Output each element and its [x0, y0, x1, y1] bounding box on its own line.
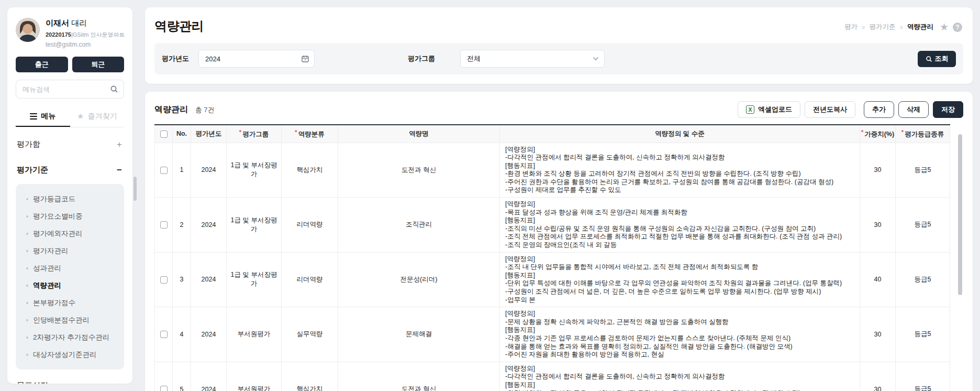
user-meta: 20220175|GSitm 인사운영파트: [46, 31, 125, 39]
check-out-button[interactable]: 퇴근: [72, 57, 125, 72]
menu-item[interactable]: 2차평가자 추가점수관리: [16, 329, 124, 346]
year-label: 평가년도: [162, 54, 193, 63]
menu-item[interactable]: 성과관리: [16, 259, 124, 277]
menu-item[interactable]: 평가예외자관리: [16, 225, 124, 242]
tab-favorites-label: 즐겨찾기: [87, 112, 117, 121]
cell-year: 2024: [191, 143, 227, 198]
menu-item[interactable]: 인당배분점수관리: [16, 311, 124, 329]
tab-favorites[interactable]: ★ 즐겨찾기: [70, 107, 125, 127]
menu-item-label: 2차평가자 추가점수관리: [33, 333, 109, 342]
calendar-icon: [302, 55, 309, 62]
cell-grade-type: 등급5: [896, 362, 950, 391]
menu-item-label: 평가등급코드: [33, 194, 75, 204]
user-email: test@gsitm.com: [46, 41, 125, 48]
cell-group: 1급 및 부서장평가: [227, 143, 282, 198]
add-button[interactable]: 추가: [864, 101, 894, 118]
save-button[interactable]: 저장: [933, 101, 963, 118]
sidebar: 이재서 대리 20220175|GSitm 인사운영파트 test@gsitm.…: [7, 7, 132, 384]
help-icon[interactable]: ?: [953, 23, 962, 32]
menu-section-label: 평가함: [17, 139, 40, 149]
menu-section-eval-box[interactable]: 평가함+: [16, 132, 124, 157]
cell-definition: [역량정의] -문제 상황을 정확 신속하게 파악하고, 근본적인 해결 방안을…: [500, 307, 860, 362]
menu-section-label: 평가기준: [17, 165, 48, 175]
tab-menu[interactable]: 메뉴: [16, 107, 70, 127]
excel-upload-button[interactable]: X 엑셀업로드: [738, 101, 800, 118]
grid-toolbar: 역량관리 총 7건 X 엑셀업로드 전년도복사 추가 삭제 저장: [154, 100, 963, 124]
table-row: 220241급 및 부서장평가리더역량조직관리[역량정의] -목표 달성과 성과…: [155, 198, 950, 253]
total-count: 총 7건: [195, 106, 215, 114]
competency-table: No.평가년도*평가그룹*역량분류역량명역량정의 및 수준*가중치(%)*평가등…: [154, 124, 950, 391]
menu-item[interactable]: 평가자관리: [16, 242, 124, 259]
cell-year: 2024: [191, 252, 227, 307]
menu-item[interactable]: 평가요소별비중: [16, 208, 124, 225]
cell-grade-type: 등급5: [896, 143, 950, 198]
column-header: 역량명: [338, 125, 500, 143]
breadcrumb-separator: >: [862, 24, 865, 30]
menu-item[interactable]: 역량관리: [16, 277, 124, 294]
cell-no: 2: [173, 198, 191, 253]
cell-weight: 30: [860, 143, 896, 198]
cell-year: 2024: [191, 198, 227, 253]
column-header: No.: [173, 125, 191, 143]
menu-section-eval-criteria[interactable]: 평가기준−: [16, 157, 124, 183]
row-checkbox[interactable]: [160, 167, 168, 174]
collapse-icon: −: [117, 166, 122, 175]
cell-category: 핵심가치: [282, 362, 338, 391]
column-header: *가중치(%): [860, 125, 896, 143]
bullet-icon: [26, 285, 28, 287]
bullet-icon: [26, 319, 28, 321]
check-in-button[interactable]: 출근: [16, 57, 68, 72]
group-select[interactable]: 전체: [460, 50, 605, 68]
cell-no: 5: [173, 362, 191, 391]
row-checkbox[interactable]: [160, 331, 168, 338]
breadcrumb-separator: >: [900, 24, 903, 30]
bullet-icon: [26, 233, 28, 235]
column-header: [155, 125, 173, 143]
expand-icon: +: [117, 381, 122, 384]
cell-grade-type: 등급5: [896, 252, 950, 307]
breadcrumb-item[interactable]: 평가기준: [870, 23, 896, 31]
hamburger-icon: [30, 112, 37, 121]
menu-section-goal-setting[interactable]: 목표설정+: [16, 373, 124, 384]
user-profile: 이재서 대리 20220175|GSitm 인사운영파트 test@gsitm.…: [16, 18, 124, 48]
delete-button[interactable]: 삭제: [898, 101, 929, 118]
row-checkbox[interactable]: [160, 221, 168, 229]
menu-item-label: 성과관리: [33, 264, 61, 273]
search-button[interactable]: 조회: [918, 51, 956, 67]
cell-category: 리더역량: [282, 198, 338, 253]
cell-group: 1급 및 부서장평가: [227, 198, 282, 253]
menu-item[interactable]: 본부평가점수: [16, 294, 124, 311]
star-icon: ★: [77, 112, 84, 121]
menu-tree: 평가함+평가기준−평가등급코드평가요소별비중평가예외자관리평가자관리성과관리역량…: [16, 132, 124, 384]
avatar: [16, 18, 40, 42]
main-content: 역량관리 평가>평가기준>역량관리 ★ ? 평가년도 2024 평가그룹 전체: [145, 7, 973, 391]
table-scrollbar[interactable]: [958, 134, 962, 295]
menu-item[interactable]: 대상자생성기준관리: [16, 346, 124, 363]
search-button-label: 조회: [935, 54, 949, 63]
breadcrumb: 평가>평가기준>역량관리 ★ ?: [844, 22, 962, 32]
breadcrumb-item[interactable]: 평가: [844, 23, 858, 31]
cell-weight: 40: [860, 252, 896, 307]
row-checkbox[interactable]: [160, 386, 168, 391]
menu-item[interactable]: 평가등급코드: [16, 190, 124, 208]
favorite-icon[interactable]: ★: [940, 22, 949, 32]
select-all-checkbox[interactable]: [160, 131, 168, 138]
copy-prev-year-button[interactable]: 전년도복사: [805, 101, 855, 118]
cell-name: 전문성(리더): [338, 252, 500, 307]
column-header: *평가등급종류: [896, 125, 950, 143]
cell-weight: 30: [860, 362, 896, 391]
cell-category: 실무역량: [282, 307, 338, 362]
group-label: 평가그룹: [408, 54, 439, 63]
row-checkbox[interactable]: [160, 276, 168, 284]
required-icon: *: [861, 129, 863, 135]
year-input[interactable]: 2024: [198, 50, 315, 68]
column-header: 평가년도: [191, 125, 227, 143]
table-row: 42024부서원평가실무역량문제해결[역량정의] -문제 상황을 정확 신속하게…: [155, 307, 950, 362]
search-icon: [926, 56, 932, 62]
table-row: 120241급 및 부서장평가핵심가치도전과 혁신[역량정의] -다각적인 관점…: [155, 143, 950, 198]
cell-definition: [역량정의] -다각적인 관점에서 합리적 결론을 도출하여, 신속하고 정확하…: [500, 143, 860, 198]
menu-search-input[interactable]: [16, 80, 124, 99]
expand-icon: +: [117, 140, 122, 149]
sidebar-scrollbar[interactable]: [133, 177, 137, 201]
cell-group: 부서원평가: [227, 362, 282, 391]
